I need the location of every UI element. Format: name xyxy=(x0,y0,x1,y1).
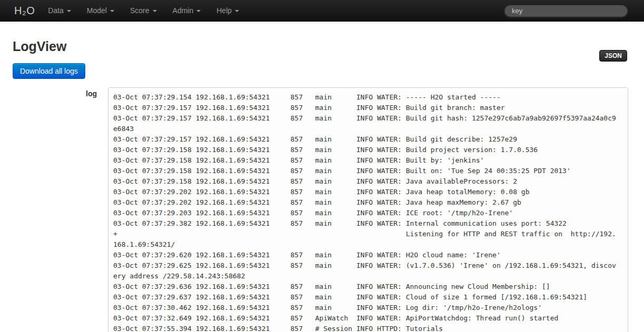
page-title: LogView xyxy=(13,39,628,54)
log-field-label: log xyxy=(13,87,97,98)
chevron-down-icon xyxy=(153,10,157,12)
log-pre: 03-Oct 07:37:29.154 192.168.1.69:54321 8… xyxy=(108,87,628,332)
log-field-value: 03-Oct 07:37:29.154 192.168.1.69:54321 8… xyxy=(108,87,628,332)
download-all-logs-button[interactable]: Download all logs xyxy=(13,63,85,79)
main-content: JSON LogView Download all logs log 03-Oc… xyxy=(0,39,644,332)
menu-score[interactable]: Score xyxy=(122,0,165,21)
menu-help-label: Help xyxy=(216,6,232,15)
menu-model[interactable]: Model xyxy=(79,0,122,21)
menu-score-label: Score xyxy=(130,6,150,15)
json-view-button[interactable]: JSON xyxy=(599,50,627,62)
menu-help[interactable]: Help xyxy=(209,0,247,21)
top-navbar: H₂O Data Model Score Admin Help xyxy=(0,0,644,22)
main-menu: Data Model Score Admin Help xyxy=(40,0,247,21)
menu-data-label: Data xyxy=(48,6,64,15)
chevron-down-icon xyxy=(196,10,201,12)
menu-admin-label: Admin xyxy=(173,6,194,15)
chevron-down-icon xyxy=(235,10,239,12)
key-search-input[interactable] xyxy=(504,4,628,17)
log-section: log 03-Oct 07:37:29.154 192.168.1.69:543… xyxy=(13,87,628,332)
menu-admin[interactable]: Admin xyxy=(165,0,209,21)
menu-model-label: Model xyxy=(87,6,107,15)
navbar-search-form xyxy=(504,4,628,17)
h2o-brand-logo[interactable]: H₂O xyxy=(0,5,40,17)
menu-data[interactable]: Data xyxy=(40,0,79,21)
chevron-down-icon xyxy=(67,10,71,12)
chevron-down-icon xyxy=(110,10,114,12)
